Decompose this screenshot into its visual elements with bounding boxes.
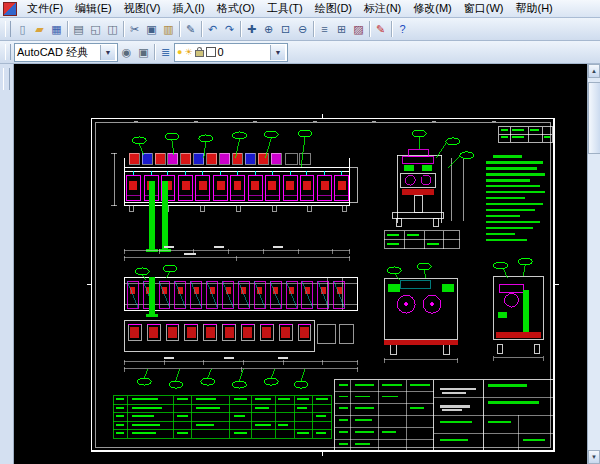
drawing-canvas[interactable] — [14, 64, 587, 464]
hopper-blocks — [129, 153, 311, 164]
toolbar-separator — [179, 21, 180, 37]
toolbar-separator — [369, 21, 370, 37]
open-folder-icon: ▰ — [35, 23, 43, 35]
layer-combo[interactable]: ● ☀ 0 ▼ — [174, 43, 288, 62]
scroll-up-icon: ▲ — [591, 68, 597, 74]
zoom-window-button[interactable]: ⊡ — [277, 19, 294, 39]
help-button[interactable]: ? — [394, 19, 411, 39]
grid-reference-marks — [134, 121, 495, 122]
dimension-chains — [124, 360, 357, 372]
scrollbar-track[interactable] — [588, 78, 600, 450]
workspace-combo-value: AutoCAD 经典 — [17, 45, 88, 60]
title-block — [335, 380, 554, 451]
cad-drawing — [14, 64, 587, 464]
save-icon: ▦ — [51, 23, 61, 35]
menu-dimension[interactable]: 标注(N) — [358, 0, 407, 17]
app-icon — [3, 2, 17, 16]
menu-tools[interactable]: 工具(T) — [261, 0, 309, 17]
layer-properties-icon: ≣ — [161, 46, 170, 58]
dropdown-arrow-icon[interactable]: ▼ — [100, 45, 115, 60]
save-workspace-button[interactable]: ▣ — [135, 42, 152, 62]
styles-toolbar: AutoCAD 经典 ▼ ◉ ▣ ≣ ● ☀ 0 ▼ — [0, 41, 600, 64]
menu-help[interactable]: 帮助(H) — [510, 0, 559, 17]
match-properties-icon: ✎ — [186, 23, 195, 35]
menu-view[interactable]: 视图(V) — [118, 0, 167, 17]
redo-icon: ↷ — [225, 23, 234, 35]
toolbar-grip[interactable] — [5, 21, 11, 37]
designcenter-icon: ⊞ — [337, 23, 346, 35]
zoom-window-icon: ⊡ — [281, 23, 290, 35]
save-button[interactable]: ▦ — [48, 19, 65, 39]
layer-name: 0 — [218, 46, 224, 58]
match-properties-button[interactable]: ✎ — [182, 19, 199, 39]
paste-icon: ▥ — [163, 23, 173, 35]
dimension-chains — [124, 249, 349, 261]
pan-button[interactable]: ✚ — [243, 19, 260, 39]
workspace-settings-button[interactable]: ◉ — [118, 42, 135, 62]
workspace-combo[interactable]: AutoCAD 经典 ▼ — [14, 43, 118, 62]
scroll-up-button[interactable]: ▲ — [588, 64, 600, 78]
left-dock — [0, 64, 14, 464]
undo-button[interactable]: ↶ — [204, 19, 221, 39]
layer-properties-button[interactable]: ≣ — [157, 42, 174, 62]
paste-button[interactable]: ▥ — [160, 19, 177, 39]
plot-preview-button[interactable]: ◱ — [87, 19, 104, 39]
machine-units-row2 — [128, 324, 311, 341]
new-file-button[interactable]: ▯ — [14, 19, 31, 39]
redo-button[interactable]: ↷ — [221, 19, 238, 39]
publish-button[interactable]: ◫ — [104, 19, 121, 39]
parts-table — [113, 396, 331, 439]
vertical-scrollbar[interactable]: ▲ ▼ — [587, 64, 600, 464]
properties-icon: ≡ — [321, 23, 327, 35]
save-workspace-icon: ▣ — [138, 46, 148, 58]
toolbar-grip[interactable] — [5, 44, 11, 60]
designcenter-button[interactable]: ⊞ — [333, 19, 350, 39]
cut-icon: ✂ — [130, 23, 139, 35]
toolbar-separator — [123, 21, 124, 37]
toolbar-separator — [240, 21, 241, 37]
copy-button[interactable]: ▣ — [143, 19, 160, 39]
workspace-settings-icon: ◉ — [122, 46, 132, 58]
toolbar-separator — [313, 21, 314, 37]
bulb-on-icon[interactable]: ● — [177, 45, 182, 60]
section-view-top — [384, 130, 473, 249]
freeze-sun-icon[interactable]: ☀ — [184, 45, 192, 60]
plot-icon: ▤ — [73, 23, 83, 35]
menu-modify[interactable]: 修改(M) — [407, 0, 458, 17]
dropdown-arrow-icon[interactable]: ▼ — [270, 45, 285, 60]
menu-insert[interactable]: 插入(I) — [166, 0, 210, 17]
plot-preview-icon: ◱ — [90, 23, 100, 35]
balloon-annotations — [494, 258, 533, 278]
zoom-previous-icon: ⊖ — [298, 23, 307, 35]
revision-table — [499, 127, 553, 143]
layer-color-swatch[interactable] — [206, 47, 216, 57]
scrollbar-thumb[interactable] — [588, 82, 600, 154]
scroll-down-button[interactable]: ▼ — [588, 450, 600, 464]
machine-units — [126, 171, 348, 201]
menu-format[interactable]: 格式(O) — [211, 0, 261, 17]
autocad-window: 文件(F) 编辑(E) 视图(V) 插入(I) 格式(O) 工具(T) 绘图(D… — [0, 0, 600, 464]
zoom-realtime-button[interactable]: ⊕ — [260, 19, 277, 39]
publish-icon: ◫ — [107, 23, 117, 35]
tool-palettes-button[interactable]: ▨ — [350, 19, 367, 39]
menu-draw[interactable]: 绘图(D) — [309, 0, 358, 17]
pan-icon: ✚ — [247, 23, 256, 35]
copy-icon: ▣ — [146, 23, 156, 35]
menu-file[interactable]: 文件(F) — [21, 0, 69, 17]
section-view-mid-right — [494, 258, 544, 361]
dimension-text — [164, 357, 288, 359]
plot-button[interactable]: ▤ — [70, 19, 87, 39]
dock-grip[interactable] — [3, 68, 10, 90]
open-button[interactable]: ▰ — [31, 19, 48, 39]
cut-button[interactable]: ✂ — [126, 19, 143, 39]
menu-window[interactable]: 窗口(W) — [458, 0, 510, 17]
red-pencil-button[interactable]: ✎ — [372, 19, 389, 39]
zoom-previous-button[interactable]: ⊖ — [294, 19, 311, 39]
tool-palettes-icon: ▨ — [353, 23, 363, 35]
menu-edit[interactable]: 编辑(E) — [69, 0, 118, 17]
unlock-icon[interactable] — [195, 50, 204, 57]
properties-button[interactable]: ≡ — [316, 19, 333, 39]
toolbar-separator — [154, 44, 155, 60]
toolbar-separator — [391, 21, 392, 37]
zoom-realtime-icon: ⊕ — [264, 23, 273, 35]
